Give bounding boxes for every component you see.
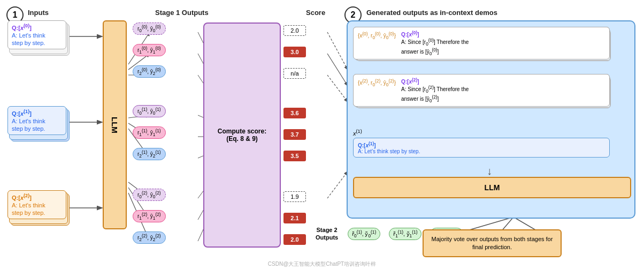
svg-line-30: [327, 32, 348, 70]
demo-card-1-over: {x(2), r0(2), ŷ0(2)} Q:[x(2)] A: Since […: [353, 74, 610, 107]
output-row-1-1: r1(1), ŷ1(1): [133, 126, 166, 139]
demo-card-0-main: {x(0), r0(0), ŷ0(0)} Q:[x(0)] A: Since […: [353, 27, 610, 59]
stage2-label: Generated outputs as in-context demos: [366, 9, 497, 17]
score-label: Score: [306, 9, 325, 17]
score-2-0: 1.9: [283, 191, 306, 202]
score-2-2: 2.0: [283, 234, 306, 245]
stage2-out-1: r̃1(1), ỹ1(1): [389, 228, 421, 240]
output-row-0-1: r1(0), ŷ1(0): [133, 44, 166, 56]
output-row-2-2: r2(2), ŷ2(2): [133, 231, 166, 244]
compute-score-box: Compute score: (Eq. 8 & 9): [203, 23, 281, 248]
score-1-0: 3.6: [283, 108, 306, 118]
llm-box-stage1: LLM: [103, 20, 127, 229]
x1-query-area: x(1) Q:[x(1)] A: Let's think step by ste…: [353, 129, 610, 158]
output-row-0-2: r2(0), ŷ2(0): [133, 65, 166, 78]
stage2-main-box: {x(0), r0(0), ŷ0(0)} Q:[x(0)] A: Since […: [347, 20, 635, 219]
input-card-1: Q:[x(1)] A: Let's thinkstep by step.: [7, 106, 66, 135]
output-row-2-1: r1(2), ŷ1(2): [133, 210, 166, 222]
svg-line-32: [327, 75, 348, 102]
llm-box-stage2: LLM: [353, 177, 631, 198]
score-0-1: 3.0: [283, 47, 306, 57]
output-row-1-2: r2(1), ŷ2(1): [133, 148, 166, 160]
input-card-2: Q:[x(2)] A: Let's thinkstep by step.: [7, 190, 66, 219]
diagram-container: 1 Inputs Stage 1 Outputs Score 2 Generat…: [0, 0, 644, 269]
stage2-outputs-label: Stage 2Outputs: [316, 226, 338, 242]
inputs-label: Inputs: [28, 9, 49, 17]
output-row-0-0: r0(0), ŷ0(0): [133, 23, 166, 35]
svg-line-33: [327, 171, 348, 198]
stage1-outputs-label: Stage 1 Outputs: [155, 9, 209, 17]
score-0-0: 2.0: [283, 25, 306, 36]
svg-line-31: [327, 54, 348, 86]
output-row-1-0: r0(1), ŷ0(1): [133, 105, 166, 117]
score-0-2: n/a: [283, 68, 306, 79]
score-1-2: 3.5: [283, 151, 306, 161]
score-1-1: 3.7: [283, 129, 306, 140]
score-2-1: 2.1: [283, 213, 306, 223]
input-card-0: Q:[x(0)] A: Let's thinkstep by step.: [7, 20, 66, 49]
output-row-2-0: r0(2), ŷ0(2): [133, 189, 166, 201]
stage2-out-0: r̃0(1), ỹ0(1): [348, 228, 380, 240]
watermark: CSDN@大王智能大模型ChatPT培训咨询叶梓: [268, 260, 376, 268]
majority-vote-box: Majority vote over outputs from both sta…: [423, 229, 562, 257]
